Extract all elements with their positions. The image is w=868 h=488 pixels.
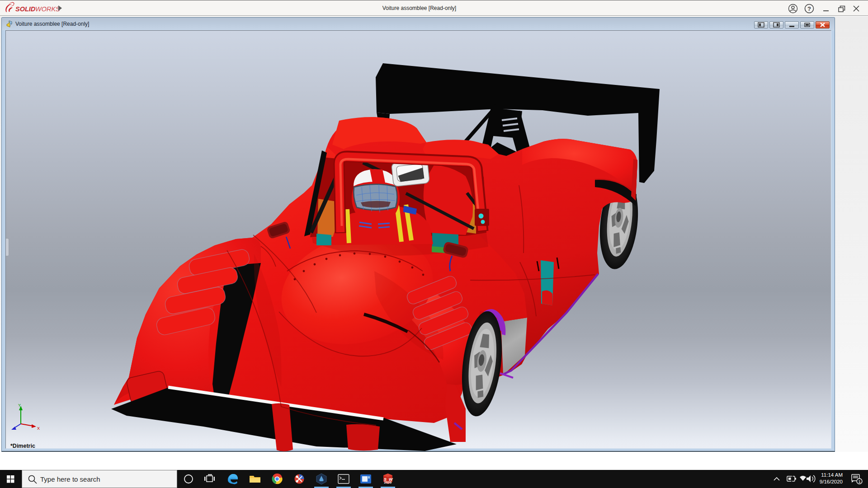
svg-text:2020: 2020: [384, 480, 392, 484]
svg-text:1: 1: [859, 479, 861, 484]
